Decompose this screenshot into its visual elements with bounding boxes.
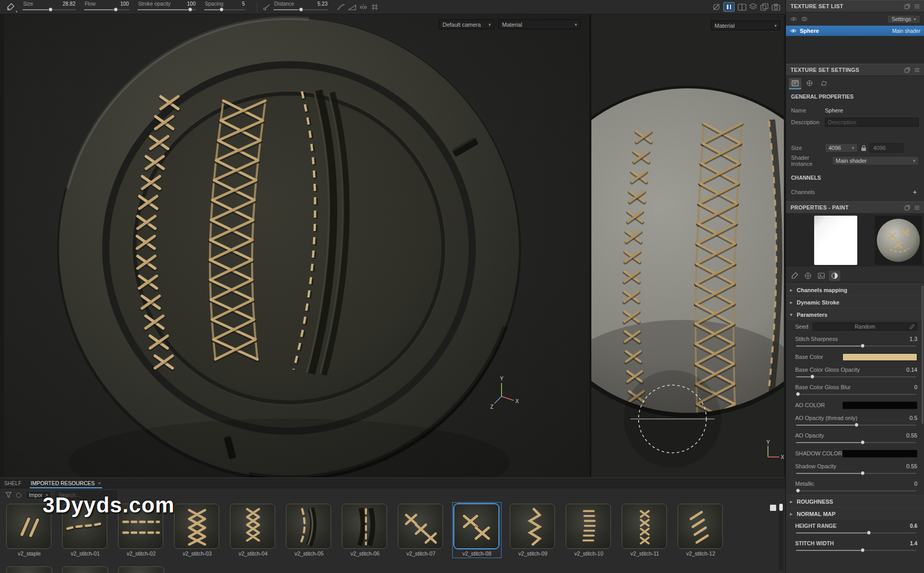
- brush-alpha-preview[interactable]: [814, 216, 857, 265]
- ao-opacity-thread-slider[interactable]: [795, 422, 917, 428]
- shading-mode-select-2d[interactable]: Material▾: [711, 21, 780, 30]
- stitch-width-slider[interactable]: [795, 547, 917, 553]
- shelf-search-input[interactable]: [55, 491, 117, 500]
- resource-v2_stitch-01[interactable]: v2_stitch-01: [62, 504, 108, 557]
- hide-overlay-icon[interactable]: [710, 2, 722, 12]
- sync-icon[interactable]: [16, 492, 22, 498]
- shadow-color-swatch[interactable]: [842, 450, 917, 457]
- flow-value[interactable]: 100: [120, 1, 129, 7]
- layers-stack-icon[interactable]: [759, 2, 770, 12]
- resource-thumbnail[interactable]: [62, 504, 107, 549]
- shadow-opacity-slider[interactable]: [795, 470, 917, 476]
- filter-funnel-icon[interactable]: [5, 492, 12, 498]
- section-channels-mapping[interactable]: ▸Channels mapping: [786, 283, 924, 296]
- shader-instance-select[interactable]: Main shader▾: [832, 156, 919, 165]
- panel-scrollbar[interactable]: [921, 285, 923, 424]
- distance-slider[interactable]: [273, 7, 329, 12]
- settings-button[interactable]: Settings ▾: [887, 15, 920, 24]
- grid-snap-icon[interactable]: [369, 2, 380, 12]
- spacing-slider[interactable]: [203, 7, 246, 12]
- resource-thumbnail[interactable]: [398, 504, 443, 549]
- resource-v2_stitch-12[interactable]: v2_stitch-12: [678, 504, 724, 557]
- resource-v2_stitch-02[interactable]: v2_stitch-02: [118, 504, 164, 557]
- size-value[interactable]: 28.82: [63, 1, 75, 7]
- stack-icon[interactable]: [747, 2, 759, 12]
- screenshot-camera-icon[interactable]: [770, 2, 781, 12]
- lazy-mouse-icon[interactable]: [261, 2, 273, 12]
- stencil-tab-icon[interactable]: [816, 271, 827, 281]
- resource-v2_stitch-05[interactable]: v2_stitch-05: [286, 504, 332, 557]
- resource-v2_stitch-06[interactable]: v2_stitch-06: [342, 504, 388, 557]
- add-channel-button[interactable]: +: [911, 188, 919, 196]
- shelf-item-partial[interactable]: [62, 566, 108, 573]
- section-normal-map[interactable]: ▸NORMAL MAP: [786, 507, 924, 520]
- lock-icon[interactable]: [861, 145, 867, 151]
- resource-thumbnail[interactable]: [678, 504, 723, 549]
- name-value[interactable]: Sphere: [825, 107, 843, 113]
- base-color-gloss-blur-slider[interactable]: [795, 391, 917, 397]
- resource-v2_stitch-04[interactable]: v2_stitch-04: [230, 504, 276, 557]
- falloff-curve-icon[interactable]: [335, 2, 346, 12]
- section-roughness[interactable]: ▸ROUGHNESS: [786, 495, 924, 507]
- brush-material-preview[interactable]: [875, 216, 922, 265]
- resource-thumbnail[interactable]: [118, 504, 163, 549]
- resource-v2_staple[interactable]: v2_staple: [6, 504, 52, 557]
- resource-thumbnail[interactable]: [342, 504, 387, 549]
- brush-tab-icon[interactable]: [789, 271, 800, 281]
- metallic-slider[interactable]: [795, 488, 917, 493]
- stitch-sharpness-slider[interactable]: [795, 343, 917, 349]
- base-color-swatch[interactable]: [842, 353, 917, 361]
- resource-thumbnail[interactable]: [510, 504, 555, 549]
- undock-icon[interactable]: [904, 4, 910, 9]
- resource-thumbnail[interactable]: [230, 504, 275, 549]
- paint-brush-tool-icon[interactable]: ▾: [4, 2, 16, 13]
- section-parameters[interactable]: ▾Parameters: [786, 308, 924, 320]
- resource-v2_stitch-07[interactable]: v2_stitch-07: [398, 504, 444, 557]
- pen-pressure-icon[interactable]: [346, 2, 358, 12]
- resource-thumbnail[interactable]: [622, 504, 667, 549]
- blend-icon[interactable]: [801, 16, 807, 22]
- section-dynamic-stroke[interactable]: ▸Dynamic Stroke: [786, 296, 924, 308]
- ao-color-swatch[interactable]: [842, 402, 917, 409]
- pause-engine-button[interactable]: [723, 2, 735, 12]
- base-color-gloss-opacity-slider[interactable]: [795, 374, 917, 379]
- height-range-slider[interactable]: [795, 530, 917, 536]
- ao-opacity-slider[interactable]: [795, 440, 917, 445]
- resource-thumbnail[interactable]: [454, 504, 499, 549]
- texture-set-row-sphere[interactable]: Sphere Main shader: [786, 26, 924, 36]
- tab-general-icon[interactable]: [789, 78, 801, 88]
- undock-icon[interactable]: [904, 205, 910, 211]
- flow-slider[interactable]: [83, 7, 130, 12]
- stroke-opacity-slider[interactable]: [137, 7, 197, 12]
- resource-thumbnail[interactable]: [286, 504, 331, 549]
- resource-v2_stitch-09[interactable]: v2_stitch-09: [510, 504, 556, 557]
- viewport-2d[interactable]: Material▾ Y X: [591, 14, 784, 478]
- resource-v2_stitch-10[interactable]: v2_stitch-10: [566, 504, 612, 557]
- shelf-item-partial[interactable]: [118, 566, 164, 573]
- resource-v2_stitch-08[interactable]: v2_stitch-08: [454, 504, 500, 557]
- seed-random-button[interactable]: Random: [813, 322, 917, 331]
- resource-v2_stitch-11[interactable]: v2_stitch-11: [622, 504, 668, 557]
- tab-channels-icon[interactable]: [803, 78, 816, 88]
- resource-v2_stitch-03[interactable]: v2_stitch-03: [174, 504, 220, 557]
- panel-menu-icon[interactable]: [914, 67, 920, 73]
- close-tab-icon[interactable]: ×: [98, 480, 101, 486]
- tab-shelf[interactable]: SHELF: [3, 478, 23, 488]
- clear-filter-icon[interactable]: ×: [45, 492, 48, 498]
- size-select[interactable]: 4096▾: [825, 143, 858, 152]
- resource-thumbnail[interactable]: [6, 504, 51, 549]
- spacing-value[interactable]: 5: [242, 1, 245, 7]
- description-input[interactable]: [825, 118, 919, 127]
- stroke-opacity-value[interactable]: 100: [187, 1, 196, 7]
- distance-value[interactable]: 5.23: [318, 1, 328, 7]
- edit-pencil-icon[interactable]: [910, 324, 915, 329]
- camera-select[interactable]: Default camera▾: [439, 20, 494, 29]
- tab-imported-resources[interactable]: IMPORTED RESOURCES ×: [30, 478, 102, 488]
- size-slider[interactable]: [22, 7, 77, 12]
- eye-icon[interactable]: [790, 28, 797, 33]
- symmetry-icon[interactable]: [358, 2, 369, 12]
- eye-icon[interactable]: [790, 16, 797, 22]
- panel-menu-icon[interactable]: [914, 4, 920, 9]
- material-tab-icon[interactable]: [829, 271, 840, 281]
- resource-thumbnail[interactable]: [174, 504, 219, 549]
